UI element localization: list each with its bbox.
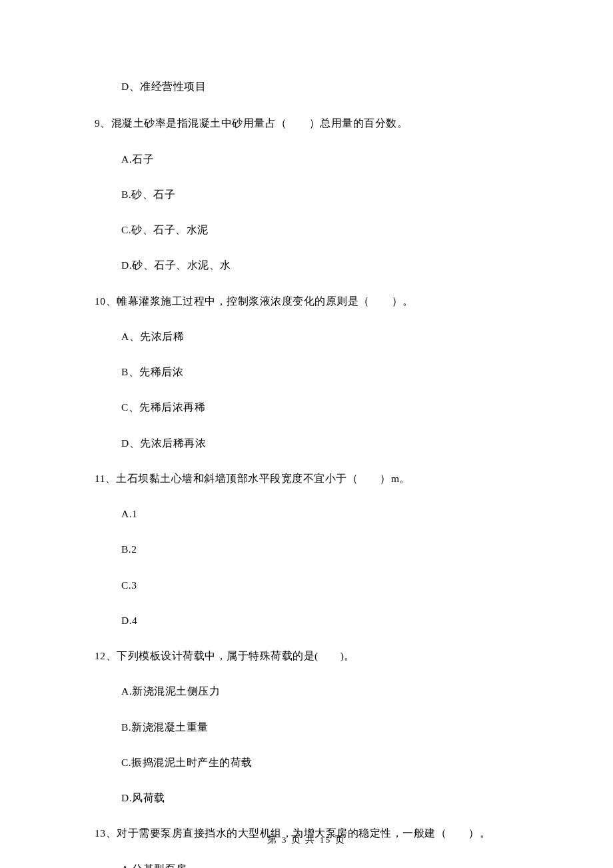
option-c: C.振捣混泥土时产生的荷载: [121, 755, 520, 770]
question-12: 12、下列模板设计荷载中，属于特殊荷载的是( )。 A.新浇混泥土侧压力 B.新…: [95, 648, 520, 805]
option-a: A.分基型泵房: [121, 861, 520, 869]
option-b: B.砂、石子: [121, 187, 520, 202]
page-content: D、准经营性项目 9、混凝土砂率是指混凝土中砂用量占（ ）总用量的百分数。 A.…: [0, 0, 613, 868]
previous-option-d: D、准经营性项目: [121, 79, 520, 94]
question-text: 9、混凝土砂率是指混凝土中砂用量占（ ）总用量的百分数。: [95, 115, 520, 131]
question-11: 11、土石坝黏土心墙和斜墙顶部水平段宽度不宜小于（ ）m。 A.1 B.2 C.…: [95, 471, 520, 628]
page-footer: 第 3 页 共 15 页: [0, 834, 613, 846]
option-b: B.新浇混凝土重量: [121, 719, 520, 735]
option-b: B.2: [121, 541, 520, 557]
option-a: A、先浓后稀: [121, 329, 520, 344]
option-d: D.风荷载: [121, 790, 520, 805]
question-9: 9、混凝土砂率是指混凝土中砂用量占（ ）总用量的百分数。 A.石子 B.砂、石子…: [95, 115, 520, 273]
option-c: C.3: [121, 577, 520, 593]
option-d: D.4: [121, 613, 520, 628]
option-a: A.新浇混泥土侧压力: [121, 683, 520, 699]
question-13: 13、对于需要泵房直接挡水的大型机组，为增大泵房的稳定性，一般建（ ）。 A.分…: [95, 825, 520, 868]
question-text: 10、帷幕灌浆施工过程中，控制浆液浓度变化的原则是（ ）。: [95, 293, 520, 309]
option-d: D.砂、石子、水泥、水: [121, 257, 520, 273]
option-b: B、先稀后浓: [121, 364, 520, 379]
option-c: C.砂、石子、水泥: [121, 222, 520, 237]
question-text: 12、下列模板设计荷载中，属于特殊荷载的是( )。: [95, 648, 520, 663]
option-d: D、先浓后稀再浓: [121, 435, 520, 451]
question-text: 11、土石坝黏土心墙和斜墙顶部水平段宽度不宜小于（ ）m。: [95, 471, 520, 486]
option-a: A.1: [121, 506, 520, 521]
option-c: C、先稀后浓再稀: [121, 399, 520, 415]
option-a: A.石子: [121, 151, 520, 167]
question-10: 10、帷幕灌浆施工过程中，控制浆液浓度变化的原则是（ ）。 A、先浓后稀 B、先…: [95, 293, 520, 451]
